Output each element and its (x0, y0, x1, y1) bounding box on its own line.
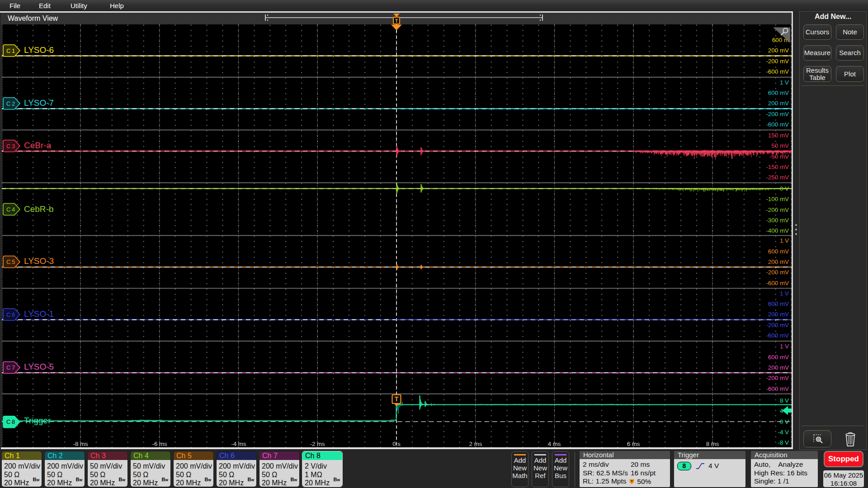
svg-text:-250 mV: -250 mV (766, 174, 789, 181)
svg-text:T: T (395, 395, 399, 403)
svg-text:200 mV: 200 mV (768, 100, 789, 107)
svg-text:200 mV: 200 mV (768, 364, 789, 371)
svg-text:Trigger: Trigger (24, 416, 51, 425)
svg-text:-200 mV: -200 mV (766, 206, 789, 213)
svg-text:CeBr-a: CeBr-a (24, 141, 52, 150)
svg-text:LYSO-3: LYSO-3 (24, 256, 54, 266)
svg-text:-200 mV: -200 mV (766, 111, 789, 117)
svg-text:-200 mV: -200 mV (766, 322, 789, 328)
svg-text:50 mV: 50 mV (771, 142, 789, 149)
svg-text:-600 mV: -600 mV (766, 68, 789, 75)
svg-text:-150 mV: -150 mV (766, 164, 789, 170)
svg-text:C 4: C 4 (6, 206, 15, 213)
svg-text:600 mV: 600 mV (768, 300, 789, 307)
svg-text:-200 mV: -200 mV (766, 375, 789, 381)
svg-text:200 mV: 200 mV (768, 258, 789, 265)
svg-text:1 V: 1 V (780, 290, 789, 297)
svg-text:-200 mV: -200 mV (766, 269, 789, 276)
svg-text:0 V: 0 V (780, 185, 789, 192)
svg-text:C 6: C 6 (6, 311, 15, 318)
svg-text:CebR-b: CebR-b (24, 204, 53, 214)
svg-text:6 ms: 6 ms (627, 441, 640, 447)
svg-text:1 V: 1 V (780, 237, 789, 244)
svg-text:1 V: 1 V (780, 79, 789, 86)
svg-text:150 mV: 150 mV (768, 132, 789, 139)
svg-text:1 V: 1 V (780, 343, 789, 350)
svg-text:-50 mV: -50 mV (769, 153, 789, 160)
svg-text:-400 mV: -400 mV (766, 227, 789, 234)
svg-text:-600 mV: -600 mV (766, 385, 789, 392)
svg-text:-6 ms: -6 ms (152, 441, 167, 447)
svg-text:C 7: C 7 (6, 364, 15, 371)
svg-text:T: T (631, 479, 633, 483)
svg-text:C 3: C 3 (6, 143, 15, 150)
svg-text:C 2: C 2 (6, 100, 15, 107)
svg-text:C 1: C 1 (6, 47, 15, 54)
svg-text:600 mV: 600 mV (768, 248, 789, 255)
svg-text:-8 V: -8 V (778, 439, 789, 446)
svg-text:-600 mV: -600 mV (766, 332, 789, 339)
svg-text:8 V: 8 V (780, 397, 789, 404)
svg-text:-100 mV: -100 mV (766, 196, 789, 202)
svg-text:-8 ms: -8 ms (73, 441, 88, 447)
svg-text:C 5: C 5 (6, 258, 15, 265)
svg-text:8 ms: 8 ms (706, 441, 719, 447)
svg-text:0 V: 0 V (780, 418, 789, 425)
svg-text:-4 ms: -4 ms (231, 441, 246, 447)
svg-text:LYSO-7: LYSO-7 (24, 98, 54, 108)
svg-text:600 mV: 600 mV (768, 354, 789, 361)
svg-text:0 s: 0 s (392, 441, 401, 447)
svg-text:600 mV: 600 mV (768, 89, 789, 96)
svg-text:LYSO-1: LYSO-1 (24, 309, 54, 319)
svg-text:-600 mV: -600 mV (766, 121, 789, 128)
svg-text:4 ms: 4 ms (548, 441, 561, 447)
svg-text:LYSO-6: LYSO-6 (24, 45, 54, 55)
svg-text:-600 mV: -600 mV (766, 280, 789, 286)
svg-text:-300 mV: -300 mV (766, 217, 789, 224)
svg-text:-2 ms: -2 ms (310, 441, 325, 447)
svg-text:-200 mV: -200 mV (766, 58, 789, 65)
svg-text:T: T (395, 18, 398, 23)
svg-text:-4 V: -4 V (778, 429, 789, 436)
svg-text:LYSO-5: LYSO-5 (24, 362, 54, 371)
svg-text:200 mV: 200 mV (768, 311, 789, 318)
svg-text:200 mV: 200 mV (768, 47, 789, 54)
svg-text:2 ms: 2 ms (469, 441, 482, 447)
svg-text:C 8: C 8 (6, 418, 15, 425)
